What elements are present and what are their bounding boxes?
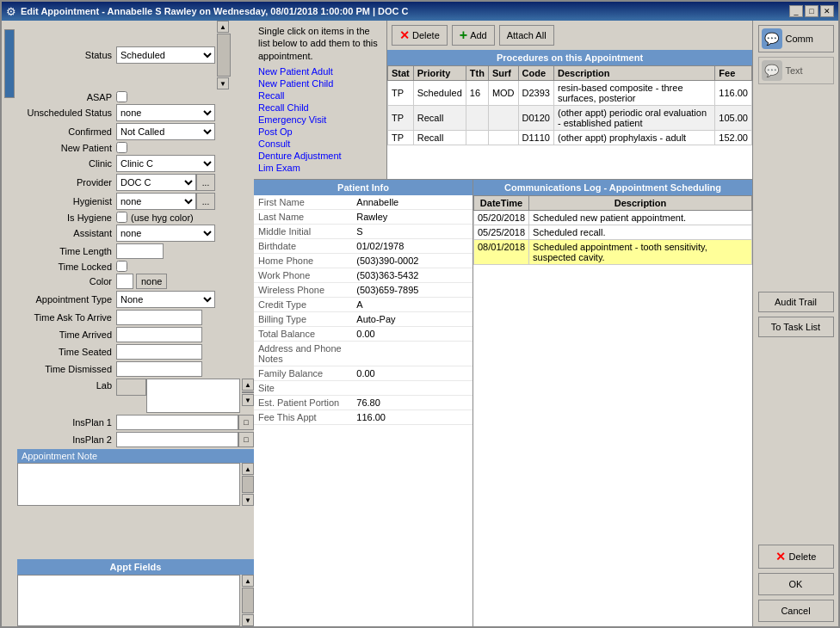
scroll-down-arrow[interactable]: ▼ xyxy=(217,77,229,89)
quick-add-item[interactable]: Denture Adjustment xyxy=(258,151,382,161)
bottom-area: Patient Info First Name Annabelle Last N… xyxy=(254,180,752,626)
quick-add-item[interactable]: Recall xyxy=(258,90,382,101)
clinic-select[interactable]: Clinic C xyxy=(116,155,215,172)
cell-tth xyxy=(466,131,488,145)
provider-select[interactable]: DOC C xyxy=(116,174,196,191)
time-dismissed-input[interactable] xyxy=(116,361,202,377)
cell-code: D2393 xyxy=(518,81,553,106)
quick-add-item[interactable]: Emergency Visit xyxy=(258,114,382,125)
patient-field-label: Total Balance xyxy=(254,326,352,341)
ins-plan1-button[interactable]: □ xyxy=(238,415,254,430)
appt-type-select[interactable]: None xyxy=(116,291,215,308)
comm-datetime: 05/20/2018 xyxy=(474,210,529,225)
assistant-select[interactable]: none xyxy=(116,225,215,242)
color-none-button[interactable]: none xyxy=(136,274,167,289)
audit-trail-button[interactable]: Audit Trail xyxy=(758,292,834,312)
appt-note-label: Appointment Note xyxy=(17,449,254,463)
appt-note-textarea[interactable] xyxy=(17,463,240,506)
unscheduled-status-select[interactable]: none xyxy=(116,104,215,121)
quick-add-item[interactable]: Lim Exam xyxy=(258,163,382,173)
fields-scroll-up[interactable]: ▲ xyxy=(242,575,254,587)
time-locked-checkbox[interactable] xyxy=(116,261,127,272)
lab-scroll-down[interactable]: ▼ xyxy=(242,394,254,406)
comm-col-datetime: DateTime xyxy=(474,195,529,210)
table-row[interactable]: TP Recall D0120 (other appt) periodic or… xyxy=(388,106,752,131)
quick-add-item[interactable]: Post Op xyxy=(258,126,382,137)
main-content: Status Scheduled ▲ ▼ ASAP Unscheduled St… xyxy=(2,21,838,626)
comm-col-description: Description xyxy=(529,195,752,210)
color-label: Color xyxy=(17,276,112,286)
provider-dots-button[interactable]: ... xyxy=(196,174,215,191)
scroll-up-arrow[interactable]: ▲ xyxy=(217,21,229,33)
table-row[interactable]: TP Scheduled 16 MOD D2393 resin-based co… xyxy=(388,81,752,106)
time-length-input[interactable]: 50 xyxy=(116,243,164,259)
time-arrived-input[interactable] xyxy=(116,327,202,342)
delete-button[interactable]: ✕ Delete xyxy=(392,25,448,46)
is-hygiene-checkbox[interactable] xyxy=(116,212,127,223)
title-bar: ⚙ Edit Appointment - Annabelle S Rawley … xyxy=(2,2,838,21)
add-button[interactable]: + Add xyxy=(452,25,495,46)
quick-add-item[interactable]: New Patient Adult xyxy=(258,66,382,77)
delete-appt-button[interactable]: ✕ Delete xyxy=(758,545,834,569)
list-item[interactable]: 05/25/2018 Scheduled recall. xyxy=(474,225,752,239)
confirmed-select[interactable]: Not Called Called xyxy=(116,123,215,140)
cell-code: D1110 xyxy=(518,131,553,145)
cell-tth: 16 xyxy=(466,81,488,106)
time-locked-row: Time Locked xyxy=(17,261,254,272)
asap-checkbox[interactable] xyxy=(116,91,127,102)
time-arrive-input[interactable] xyxy=(116,310,202,325)
color-box[interactable] xyxy=(116,274,133,289)
to-task-list-button[interactable]: To Task List xyxy=(758,317,834,337)
list-item: Home Phone (503)390-0002 xyxy=(254,253,472,268)
left-strip-tab[interactable] xyxy=(4,29,15,98)
patient-field-label: Middle Initial xyxy=(254,224,352,238)
ins-plan1-row: InsPlan 1 Centna □ xyxy=(17,415,254,430)
comm-datetime: 08/01/2018 xyxy=(474,239,529,264)
quick-add-item[interactable]: New Patient Child xyxy=(258,78,382,89)
cell-surf: MOD xyxy=(488,81,518,106)
maximize-button[interactable]: □ xyxy=(805,5,818,17)
table-row[interactable]: TP Recall D1110 (other appt) prophylaxis… xyxy=(388,131,752,145)
quick-add-item[interactable]: Recall Child xyxy=(258,102,382,113)
lab-textarea[interactable] xyxy=(146,379,240,413)
col-tth: Tth xyxy=(466,66,488,81)
patient-field-value: Rawley xyxy=(352,209,472,224)
list-item: Wireless Phone (503)659-7895 xyxy=(254,282,472,297)
patient-field-label: Last Name xyxy=(254,209,352,224)
comm-button[interactable]: 💬 Comm xyxy=(758,25,834,52)
attach-all-button[interactable]: Attach All xyxy=(499,25,554,46)
hygienist-dots-button[interactable]: ... xyxy=(196,193,215,210)
list-item[interactable]: 08/01/2018 Scheduled appointment - tooth… xyxy=(474,239,752,264)
cell-code: D0120 xyxy=(518,106,553,131)
hygienist-select[interactable]: none xyxy=(116,193,196,210)
patient-info-panel: Patient Info First Name Annabelle Last N… xyxy=(254,180,473,626)
fields-scroll-down[interactable]: ▼ xyxy=(242,614,254,626)
add-label: Add xyxy=(470,30,487,40)
text-button[interactable]: 💬 Text xyxy=(758,57,834,84)
list-item: Fee This Appt 116.00 xyxy=(254,409,472,424)
provider-label: Provider xyxy=(17,177,112,188)
minimize-button[interactable]: _ xyxy=(789,5,803,17)
patient-field-label: Family Balance xyxy=(254,366,352,380)
lab-button[interactable] xyxy=(116,379,146,396)
appt-type-row: Appointment Type None xyxy=(17,291,254,308)
cell-priority: Recall xyxy=(413,106,466,131)
ok-button[interactable]: OK xyxy=(758,573,834,595)
list-item[interactable]: 05/20/2018 Scheduled new patient appoint… xyxy=(474,210,752,225)
cancel-button[interactable]: Cancel xyxy=(758,600,834,622)
ins-plan1-input[interactable]: Centna xyxy=(116,415,238,430)
status-select[interactable]: Scheduled xyxy=(116,46,215,64)
note-scroll-down[interactable]: ▼ xyxy=(242,494,254,506)
quick-add-panel: Single click on items in the list below … xyxy=(254,21,387,179)
ins-plan2-button[interactable]: □ xyxy=(238,432,254,447)
new-patient-checkbox[interactable] xyxy=(116,142,127,153)
quick-add-item[interactable]: Consult xyxy=(258,139,382,149)
patient-info-content: First Name Annabelle Last Name Rawley Mi… xyxy=(254,195,472,626)
ins-plan2-input[interactable] xyxy=(116,432,238,447)
note-scroll-up[interactable]: ▲ xyxy=(242,463,254,475)
clinic-label: Clinic xyxy=(17,158,112,169)
close-button[interactable]: ✕ xyxy=(820,5,834,17)
lab-scroll-up[interactable]: ▲ xyxy=(242,379,254,391)
procedures-tbody: TP Scheduled 16 MOD D2393 resin-based co… xyxy=(388,81,752,145)
time-seated-input[interactable] xyxy=(116,344,202,360)
